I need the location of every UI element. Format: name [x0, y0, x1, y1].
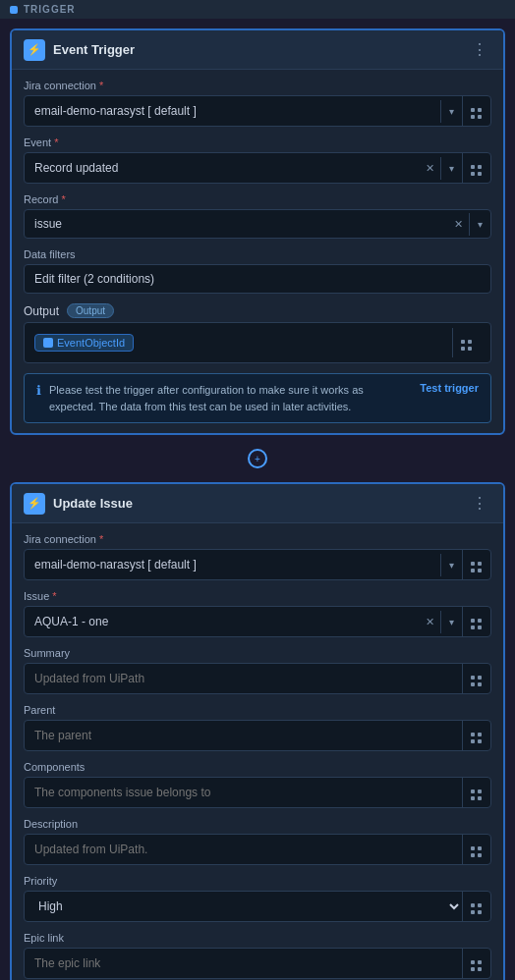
event-label: Event * [24, 136, 491, 148]
output-tag-label: EventObjectId [57, 337, 125, 349]
record-dropdown[interactable]: ▾ [469, 213, 490, 236]
components-input-row[interactable] [24, 777, 491, 808]
jira-connection-label: Jira connection * [24, 80, 491, 91]
update-issue-menu-button[interactable]: ⋮ [468, 492, 491, 515]
components-settings[interactable] [462, 778, 490, 807]
update-jira-connection-input-row[interactable]: email-demo-narasyst [ default ] ▾ [24, 549, 491, 580]
event-settings[interactable] [462, 153, 490, 183]
connector-circle-1[interactable]: + [248, 449, 267, 468]
jira-connection-value: email-demo-narasyst [ default ] [25, 97, 440, 125]
update-jira-chevron[interactable]: ▾ [441, 554, 462, 576]
data-filters-input[interactable]: Edit filter (2 conditions) [24, 264, 491, 294]
event-trigger-card: ⚡ Event Trigger ⋮ Jira connection * emai… [10, 28, 505, 435]
event-field: Event * Record updated ✕ ▾ [24, 136, 491, 184]
epic-link-input-row[interactable] [24, 948, 491, 979]
trigger-header: TRIGGER [0, 0, 515, 19]
update-issue-card: ⚡ Update Issue ⋮ Jira connection * email… [10, 482, 505, 980]
parent-settings[interactable] [462, 721, 490, 750]
summary-settings[interactable] [462, 664, 490, 693]
update-jira-connection-label: Jira connection * [24, 533, 491, 545]
event-chevron[interactable]: ▾ [441, 157, 462, 180]
update-issue-header: ⚡ Update Issue ⋮ [12, 484, 503, 523]
tag-icon [43, 338, 53, 348]
event-trigger-body: Jira connection * email-demo-narasyst [ … [12, 70, 503, 433]
components-field: Components [24, 761, 491, 808]
issue-input-row[interactable]: AQUA-1 - one ✕ ▾ [24, 606, 491, 637]
description-input-row[interactable] [24, 834, 491, 865]
summary-input[interactable] [25, 665, 462, 692]
trigger-header-label: TRIGGER [24, 4, 76, 15]
record-label: Record * [24, 193, 491, 205]
epic-link-settings[interactable] [462, 949, 490, 978]
test-trigger-button[interactable]: Test trigger [420, 382, 479, 394]
parent-input[interactable] [25, 722, 462, 749]
jira-connection-input-row[interactable]: email-demo-narasyst [ default ] ▾ [24, 95, 491, 127]
event-clear-button[interactable]: ✕ [420, 156, 440, 181]
output-label: Output [24, 304, 59, 318]
issue-chevron[interactable]: ▾ [441, 611, 462, 633]
record-chevron[interactable]: ▾ [470, 213, 490, 236]
epic-link-label: Epic link [24, 932, 491, 944]
summary-input-row[interactable] [24, 663, 491, 694]
event-trigger-header: ⚡ Event Trigger ⋮ [12, 30, 503, 70]
data-filters-field: Data filters Edit filter (2 conditions) [24, 248, 491, 294]
issue-clear-button[interactable]: ✕ [420, 610, 440, 634]
event-trigger-title: Event Trigger [53, 42, 135, 57]
output-field: Output Output EventObjectId [24, 303, 491, 363]
grid-icon-5 [471, 619, 483, 630]
grid-icon-7 [471, 733, 483, 744]
info-icon: ℹ [36, 383, 41, 398]
output-settings[interactable] [452, 328, 481, 357]
issue-field: Issue * AQUA-1 - one ✕ ▾ [24, 590, 491, 637]
grid-icon-2 [471, 165, 483, 177]
description-input[interactable] [25, 836, 462, 863]
data-filters-label: Data filters [24, 248, 491, 260]
issue-settings[interactable] [462, 607, 490, 636]
epic-link-input[interactable] [25, 950, 462, 977]
event-dropdown[interactable]: ▾ [440, 157, 462, 180]
priority-settings[interactable] [462, 892, 490, 921]
grid-icon-11 [471, 960, 483, 972]
summary-field: Summary [24, 647, 491, 694]
description-label: Description [24, 818, 491, 830]
parent-field: Parent [24, 704, 491, 751]
event-input-row[interactable]: Record updated ✕ ▾ [24, 152, 491, 184]
jira-connection-dropdown[interactable]: ▾ [440, 100, 462, 123]
priority-select[interactable]: Low Medium High Critical [25, 892, 462, 921]
update-issue-body: Jira connection * email-demo-narasyst [ … [12, 523, 503, 980]
output-row: EventObjectId [24, 322, 491, 363]
output-tag[interactable]: EventObjectId [34, 334, 134, 352]
update-jira-settings[interactable] [462, 550, 490, 579]
parent-input-row[interactable] [24, 720, 491, 751]
event-trigger-menu-button[interactable]: ⋮ [468, 38, 491, 61]
grid-icon-9 [471, 846, 483, 858]
update-issue-header-left: ⚡ Update Issue [24, 493, 133, 515]
update-issue-title: Update Issue [53, 496, 133, 511]
parent-label: Parent [24, 704, 491, 716]
record-clear-button[interactable]: ✕ [448, 212, 469, 237]
record-field: Record * issue ✕ ▾ [24, 193, 491, 239]
jira-connection-chevron[interactable]: ▾ [441, 100, 462, 123]
grid-icon-4 [471, 562, 483, 573]
update-issue-icon: ⚡ [24, 493, 45, 515]
grid-icon-3 [461, 340, 473, 352]
priority-field: Priority Low Medium High Critical [24, 875, 491, 922]
description-settings[interactable] [462, 835, 490, 864]
update-jira-connection-value: email-demo-narasyst [ default ] [25, 551, 440, 578]
priority-input-row[interactable]: Low Medium High Critical [24, 891, 491, 922]
update-jira-connection-dropdown[interactable]: ▾ [440, 554, 462, 576]
info-text: Please test the trigger after configurat… [49, 382, 412, 414]
record-value: issue [25, 210, 448, 238]
issue-dropdown[interactable]: ▾ [440, 611, 462, 633]
event-trigger-icon: ⚡ [24, 39, 45, 61]
grid-icon-10 [471, 903, 483, 915]
components-input[interactable] [25, 779, 462, 806]
issue-label: Issue * [24, 590, 491, 602]
event-trigger-header-left: ⚡ Event Trigger [24, 39, 135, 61]
jira-connection-settings[interactable] [462, 96, 490, 126]
epic-link-field: Epic link [24, 932, 491, 979]
description-field: Description [24, 818, 491, 865]
trigger-dot [10, 6, 18, 14]
info-box: ℹ Please test the trigger after configur… [24, 373, 491, 423]
record-input-row[interactable]: issue ✕ ▾ [24, 209, 491, 239]
